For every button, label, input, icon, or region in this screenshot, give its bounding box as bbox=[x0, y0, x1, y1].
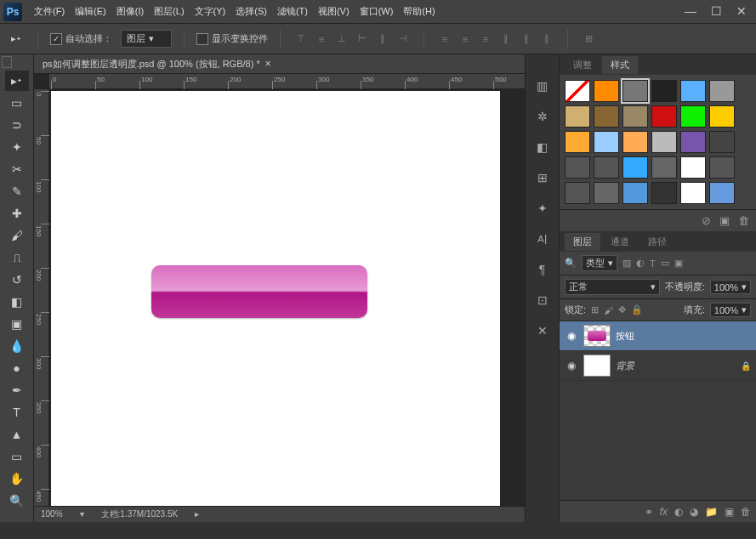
menu-file[interactable]: 文件(F) bbox=[29, 2, 70, 21]
style-swatch[interactable] bbox=[680, 131, 706, 153]
visibility-toggle[interactable]: ◉ bbox=[565, 360, 578, 372]
tools-preset-icon[interactable]: ✕ bbox=[533, 321, 552, 340]
style-swatch[interactable] bbox=[709, 105, 735, 128]
path-select-tool[interactable]: ▲ bbox=[5, 424, 29, 445]
paragraph-icon[interactable]: ¶ bbox=[533, 260, 552, 279]
layer-fx-icon[interactable]: fx bbox=[660, 506, 668, 518]
style-swatch[interactable] bbox=[565, 182, 590, 204]
fill-input[interactable]: 100%▾ bbox=[710, 303, 751, 317]
auto-align-icon[interactable]: ⊞ bbox=[580, 31, 597, 47]
canvas-viewport[interactable] bbox=[49, 89, 525, 506]
shape-tool[interactable]: ▭ bbox=[5, 446, 29, 467]
color-icon[interactable]: ◧ bbox=[533, 138, 552, 156]
brushes-icon[interactable]: ✦ bbox=[533, 199, 552, 218]
document-tab[interactable]: ps如何调整图层透明度.psd @ 100% (按钮, RGB/8) * × bbox=[34, 54, 525, 74]
lock-all-icon[interactable]: 🔒 bbox=[631, 304, 643, 315]
gradient-tool[interactable]: ▣ bbox=[5, 314, 29, 334]
zoom-chevron-icon[interactable]: ▾ bbox=[80, 509, 84, 519]
layer-filter-dropdown[interactable]: 类型▾ bbox=[582, 255, 617, 271]
style-swatch[interactable] bbox=[709, 80, 735, 102]
menu-select[interactable]: 选择(S) bbox=[230, 2, 272, 21]
style-swatch[interactable] bbox=[651, 156, 677, 179]
distribute-bottom-icon[interactable]: ≡ bbox=[477, 31, 494, 47]
style-swatch[interactable] bbox=[622, 131, 648, 153]
tab-paths[interactable]: 路径 bbox=[639, 233, 675, 251]
style-swatch[interactable] bbox=[594, 105, 619, 128]
lock-paint-icon[interactable]: 🖌 bbox=[604, 305, 613, 315]
brush-tool[interactable]: 🖌 bbox=[5, 225, 29, 246]
style-swatch[interactable] bbox=[622, 182, 648, 204]
align-left-icon[interactable]: ⊢ bbox=[354, 31, 371, 47]
style-swatch[interactable] bbox=[680, 182, 706, 204]
styles-new-icon[interactable]: ▣ bbox=[719, 214, 730, 227]
tools-collapse-tab[interactable] bbox=[2, 56, 12, 68]
menu-type[interactable]: 文字(Y) bbox=[190, 2, 231, 21]
style-swatch[interactable] bbox=[565, 131, 590, 153]
style-swatch[interactable] bbox=[680, 156, 706, 179]
blend-mode-dropdown[interactable]: 正常▾ bbox=[565, 279, 660, 295]
align-vcenter-icon[interactable]: ≡ bbox=[313, 31, 330, 47]
new-layer-icon[interactable]: ▣ bbox=[725, 506, 734, 518]
style-swatch[interactable] bbox=[565, 80, 590, 102]
style-swatch[interactable] bbox=[651, 80, 677, 102]
tab-layers[interactable]: 图层 bbox=[565, 233, 600, 251]
status-chevron-icon[interactable]: ▸ bbox=[195, 509, 199, 519]
menu-window[interactable]: 窗口(W) bbox=[355, 2, 399, 21]
tab-adjustments[interactable]: 调整 bbox=[565, 56, 600, 74]
style-swatch[interactable] bbox=[651, 182, 677, 204]
pen-tool[interactable]: ✒ bbox=[5, 380, 29, 400]
style-swatch[interactable] bbox=[594, 182, 619, 204]
style-swatch[interactable] bbox=[622, 156, 648, 179]
delete-layer-icon[interactable]: 🗑 bbox=[741, 506, 751, 518]
eyedropper-tool[interactable]: ✎ bbox=[5, 181, 29, 201]
link-layers-icon[interactable]: ⚭ bbox=[645, 506, 653, 518]
menu-edit[interactable]: 编辑(E) bbox=[70, 2, 111, 21]
dodge-tool[interactable]: ● bbox=[5, 358, 29, 378]
opacity-input[interactable]: 100%▾ bbox=[710, 280, 751, 294]
menu-help[interactable]: 帮助(H) bbox=[398, 2, 440, 21]
align-hcenter-icon[interactable]: ∥ bbox=[374, 31, 391, 47]
close-button[interactable]: ✕ bbox=[734, 3, 749, 19]
tab-styles[interactable]: 样式 bbox=[602, 56, 638, 74]
style-swatch[interactable] bbox=[594, 80, 619, 102]
layer-mask-icon[interactable]: ◐ bbox=[674, 506, 683, 518]
style-swatch[interactable] bbox=[709, 156, 735, 179]
tab-channels[interactable]: 通道 bbox=[602, 233, 638, 251]
layer-thumbnail[interactable] bbox=[583, 355, 611, 377]
distribute-right-icon[interactable]: ∥ bbox=[538, 31, 555, 47]
menu-layer[interactable]: 图层(L) bbox=[149, 2, 189, 21]
style-swatch[interactable] bbox=[651, 105, 677, 128]
maximize-button[interactable]: ☐ bbox=[708, 3, 724, 19]
tab-close-icon[interactable]: × bbox=[265, 58, 271, 70]
blur-tool[interactable]: 💧 bbox=[5, 336, 29, 356]
swatches-icon[interactable]: ⊞ bbox=[533, 168, 552, 187]
properties-icon[interactable]: ⊡ bbox=[533, 291, 552, 309]
style-swatch[interactable] bbox=[622, 80, 648, 102]
filter-smart-icon[interactable]: ▣ bbox=[674, 258, 683, 269]
layer-row[interactable]: ◉ 背景 🔒 bbox=[560, 351, 756, 381]
lock-pixels-icon[interactable]: ⊞ bbox=[591, 304, 599, 315]
style-swatch[interactable] bbox=[709, 131, 735, 153]
styles-trash-icon[interactable]: 🗑 bbox=[738, 214, 749, 227]
layer-thumbnail[interactable] bbox=[583, 325, 611, 347]
zoom-level[interactable]: 100% bbox=[41, 509, 63, 519]
styles-clear-icon[interactable]: ⊘ bbox=[702, 214, 711, 227]
zoom-tool[interactable]: 🔍 bbox=[5, 491, 29, 511]
minimize-button[interactable]: — bbox=[683, 3, 698, 19]
style-swatch[interactable] bbox=[565, 105, 590, 128]
canvas-button-shape[interactable] bbox=[151, 265, 367, 318]
filter-shape-icon[interactable]: ▭ bbox=[661, 258, 669, 269]
style-swatch[interactable] bbox=[680, 80, 706, 102]
style-swatch[interactable] bbox=[651, 131, 677, 153]
adjustment-layer-icon[interactable]: ◕ bbox=[690, 506, 698, 518]
layer-name[interactable]: 背景 bbox=[616, 360, 634, 372]
lasso-tool[interactable]: ⊃ bbox=[5, 115, 29, 135]
align-right-icon[interactable]: ⊣ bbox=[395, 31, 412, 47]
type-tool[interactable]: T bbox=[5, 402, 29, 423]
navigator-icon[interactable]: ✲ bbox=[533, 107, 552, 126]
menu-view[interactable]: 视图(V) bbox=[313, 2, 355, 21]
distribute-left-icon[interactable]: ∥ bbox=[497, 31, 514, 47]
style-swatch[interactable] bbox=[622, 105, 648, 128]
auto-select-dropdown[interactable]: 图层▾ bbox=[121, 30, 172, 48]
layer-name[interactable]: 按钮 bbox=[616, 330, 634, 343]
